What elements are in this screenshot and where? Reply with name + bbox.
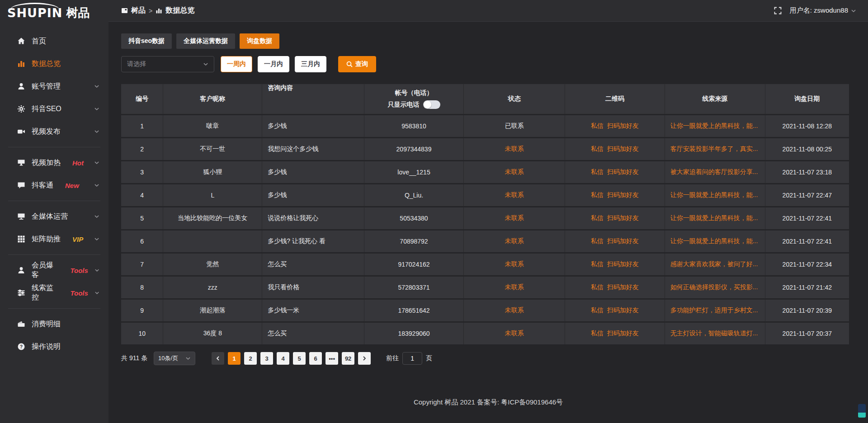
- source-link[interactable]: 被大家追着问的客厅投影分享...: [670, 168, 758, 176]
- source-link[interactable]: 多功能护栏灯，适用于乡村文...: [670, 306, 758, 315]
- query-button[interactable]: 查询: [338, 56, 376, 72]
- sidebar-item-lead-monitor[interactable]: 线索监控 Tools: [0, 282, 108, 304]
- display-icon: [17, 159, 25, 167]
- phone-only-toggle[interactable]: [423, 100, 440, 109]
- sidebar-item-omni-media[interactable]: 全媒体运营: [0, 205, 108, 228]
- cell-account: 50534380: [364, 207, 464, 229]
- sidebar-item-label: 会员爆客: [32, 261, 58, 280]
- wallet-icon: [17, 320, 25, 328]
- period-month-button[interactable]: 一月内: [258, 56, 289, 72]
- qr-link-scan[interactable]: 扫码加好友: [607, 306, 639, 315]
- sidebar-item-account-mgmt[interactable]: 账号管理: [0, 75, 108, 98]
- sidebar-item-matrix-boost[interactable]: 矩阵助推 VIP: [0, 228, 108, 250]
- cell-status: 未联系: [464, 230, 565, 252]
- source-link[interactable]: 客厅安装投影半年多了，真实...: [670, 145, 758, 153]
- select-placeholder: 请选择: [127, 60, 146, 68]
- page-size-select[interactable]: 10条/页: [154, 352, 195, 365]
- col-header-id: 编号: [121, 84, 163, 114]
- page-ellipsis-button[interactable]: •••: [326, 352, 338, 365]
- browser-extension-widget[interactable]: [858, 404, 866, 418]
- user-icon: [17, 266, 25, 274]
- sidebar-item-video-heat[interactable]: 视频加热 Hot: [0, 151, 108, 174]
- chevron-down-icon: [94, 84, 99, 89]
- table-row: 3 狐小狸 多少钱 love__1215 未联系 私信 扫码加好友 被大家追着问…: [121, 161, 849, 183]
- qr-link-scan[interactable]: 扫码加好友: [607, 214, 639, 222]
- qr-link-scan[interactable]: 扫码加好友: [607, 168, 639, 176]
- qr-link-dm[interactable]: 私信: [591, 260, 604, 268]
- page-button-92[interactable]: 92: [342, 352, 354, 365]
- sidebar-item-member-burst[interactable]: 会员爆客 Tools: [0, 259, 108, 282]
- qr-link-dm[interactable]: 私信: [591, 306, 604, 315]
- qr-link-scan[interactable]: 扫码加好友: [607, 329, 639, 338]
- qr-link-dm[interactable]: 私信: [591, 214, 604, 222]
- tab-inquiry-data[interactable]: 询盘数据: [240, 33, 279, 49]
- qr-link-dm[interactable]: 私信: [591, 122, 604, 130]
- qr-link-dm[interactable]: 私信: [591, 145, 604, 153]
- qr-link-scan[interactable]: 扫码加好友: [607, 260, 639, 268]
- source-link[interactable]: 让你一眼就爱上的黑科技，能...: [670, 191, 758, 199]
- cell-qrcode: 私信 扫码加好友: [565, 161, 665, 183]
- cell-qrcode: 私信 扫码加好友: [565, 138, 665, 160]
- breadcrumb-current[interactable]: 数据总览: [165, 6, 194, 15]
- sidebar-item-doukt[interactable]: 抖客通 New: [0, 174, 108, 197]
- source-link[interactable]: 让你一眼就爱上的黑科技，能...: [670, 122, 758, 130]
- sidebar-item-home[interactable]: 首页: [0, 30, 108, 52]
- user-menu[interactable]: 用户名: zswodun88: [790, 6, 856, 15]
- qr-link-dm[interactable]: 私信: [591, 168, 604, 176]
- page-button-5[interactable]: 5: [293, 352, 306, 365]
- qr-link-scan[interactable]: 扫码加好友: [607, 122, 639, 130]
- cell-status: 未联系: [464, 277, 565, 298]
- next-page-button[interactable]: [358, 352, 371, 365]
- prev-page-button[interactable]: [212, 352, 224, 365]
- page-button-4[interactable]: 4: [277, 352, 289, 365]
- qr-link-dm[interactable]: 私信: [591, 237, 604, 245]
- chevron-down-icon: [94, 160, 99, 165]
- page-button-2[interactable]: 2: [244, 352, 257, 365]
- breadcrumb-root[interactable]: 树品: [131, 6, 146, 15]
- qr-link-dm[interactable]: 私信: [591, 283, 604, 291]
- cell-qrcode: 私信 扫码加好友: [565, 184, 665, 206]
- qr-link-scan[interactable]: 扫码加好友: [607, 191, 639, 199]
- filter-select[interactable]: 请选择: [121, 56, 214, 72]
- user-icon: [17, 82, 25, 90]
- tab-omni-media-data[interactable]: 全媒体运营数据: [176, 33, 235, 49]
- sidebar-item-video-publish[interactable]: 视频发布: [0, 120, 108, 143]
- cell-source: 让你一眼就爱上的黑科技，能...: [665, 184, 765, 206]
- source-link[interactable]: 让你一眼就爱上的黑科技，能...: [670, 214, 758, 222]
- table-row: 10 36度 8 怎么买 183929060 未联系 私信 扫码加好友 无主灯设…: [121, 323, 849, 344]
- sidebar-item-help[interactable]: ? 操作说明: [0, 335, 108, 358]
- sidebar-item-douyin-seo[interactable]: 抖音SEO: [0, 98, 108, 120]
- source-link[interactable]: 让你一眼就爱上的黑科技，能...: [670, 237, 758, 245]
- tab-douyin-seo-data[interactable]: 抖音seo数据: [121, 33, 172, 49]
- source-link[interactable]: 如何正确选择投影仪，买投影...: [670, 283, 758, 291]
- cell-qrcode: 私信 扫码加好友: [565, 115, 665, 137]
- page-button-1[interactable]: 1: [228, 352, 241, 365]
- chevron-down-icon: [94, 106, 99, 112]
- qr-link-scan[interactable]: 扫码加好友: [607, 145, 639, 153]
- cell-account: 572803371: [364, 277, 464, 298]
- page-button-3[interactable]: 3: [260, 352, 273, 365]
- data-tabs: 抖音seo数据 全媒体运营数据 询盘数据: [121, 33, 849, 49]
- goto-page-input[interactable]: [402, 352, 422, 365]
- qr-link-scan[interactable]: 扫码加好友: [607, 237, 639, 245]
- phone-only-label: 只显示电话: [388, 101, 420, 109]
- qr-link-dm[interactable]: 私信: [591, 329, 604, 338]
- gear-icon: [17, 105, 25, 113]
- source-link[interactable]: 无主灯设计，智能磁吸轨道灯...: [670, 329, 758, 338]
- fullscreen-icon[interactable]: [774, 7, 782, 14]
- video-camera-icon: [17, 127, 25, 136]
- sidebar-item-data-overview[interactable]: 数据总览: [0, 52, 108, 75]
- page-button-6[interactable]: 6: [309, 352, 322, 365]
- sidebar-item-spend-detail[interactable]: 消费明细: [0, 313, 108, 335]
- cell-source: 无主灯设计，智能磁吸轨道灯...: [665, 323, 765, 344]
- period-quarter-button[interactable]: 三月内: [295, 56, 326, 72]
- qr-link-dm[interactable]: 私信: [591, 191, 604, 199]
- cell-content: 怎么买: [262, 323, 364, 344]
- source-link[interactable]: 感谢大家喜欢我家，被问了好...: [670, 260, 758, 268]
- period-week-button[interactable]: 一周内: [221, 56, 252, 72]
- period-buttons: 一周内 一月内 三月内: [221, 56, 326, 72]
- cell-date: 2021-11-07 21:42: [765, 277, 849, 298]
- qr-link-scan[interactable]: 扫码加好友: [607, 283, 639, 291]
- cell-qrcode: 私信 扫码加好友: [565, 300, 665, 321]
- toggle-knob: [424, 101, 431, 108]
